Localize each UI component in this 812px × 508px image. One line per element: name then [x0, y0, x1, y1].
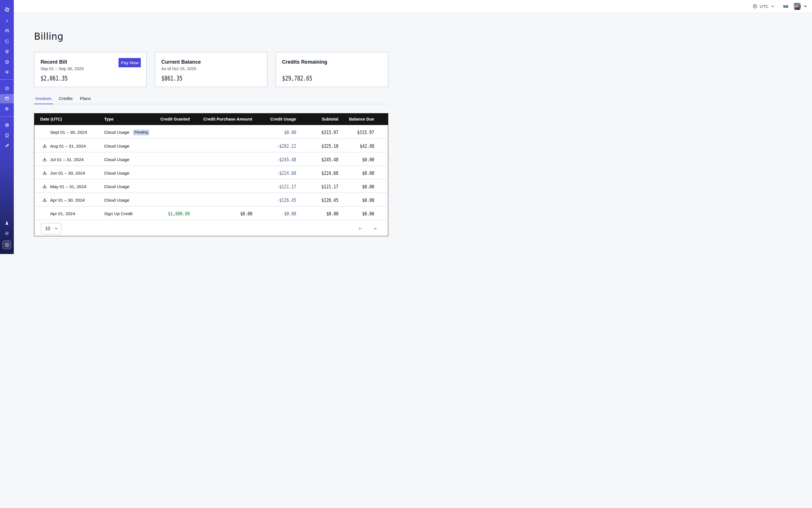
- table-row[interactable]: Apr 01 – 30, 2024 Cloud Usage -$126.45 $…: [34, 193, 388, 206]
- docs-book-icon: [5, 133, 9, 138]
- balance-due-value: $0.00: [362, 198, 374, 203]
- subtotal-value: $126.45: [322, 198, 338, 203]
- usage-gauge-icon: [5, 86, 9, 91]
- table-row[interactable]: Sept 01 – 30, 2024 Cloud Usage Pending $…: [34, 125, 388, 138]
- sidebar-item-workflows[interactable]: [0, 57, 14, 67]
- balance-due-value: $0.00: [362, 211, 374, 217]
- table-row[interactable]: Apr 01, 2024 Sign Up Credit $1,000.00 $0…: [34, 206, 388, 220]
- col-subtotal: Subtotal: [296, 113, 338, 125]
- invoice-date: May 01 – 31, 2024: [50, 184, 86, 189]
- subtotal-value: $245.48: [322, 157, 338, 163]
- prev-page-button[interactable]: [358, 226, 362, 231]
- page-size-value: 10: [45, 226, 51, 231]
- tab-invoices[interactable]: Invoices: [34, 95, 53, 104]
- page-size-select[interactable]: 10: [41, 223, 61, 234]
- download-invoice-icon[interactable]: [42, 143, 47, 149]
- sidebar-item-deployments[interactable]: [0, 47, 14, 56]
- invoice-type: Cloud Usage: [104, 130, 130, 135]
- sidebar-item-usage[interactable]: [0, 84, 14, 93]
- invoice-type: Cloud Usage: [104, 198, 130, 203]
- invoice-type: Cloud Usage: [104, 171, 130, 176]
- sidebar-item-pricing[interactable]: [3, 241, 11, 249]
- topbar: UTC: [14, 0, 406, 13]
- download-invoice-icon[interactable]: [42, 171, 47, 175]
- col-date: Date (UTC): [34, 113, 104, 125]
- getting-started-rocket-icon: [4, 143, 9, 148]
- credit-usage-value: -$282.22: [277, 143, 296, 149]
- credit-usage-value: $0.00: [284, 130, 296, 135]
- main-content: Billing Recent Bill Sep 01 – Sep 30, 202…: [14, 13, 406, 236]
- nexus-icon: [5, 70, 9, 74]
- credit-purchase-value: $0.00: [240, 211, 252, 217]
- workflows-cube-icon: [5, 60, 9, 64]
- table-footer: 10: [34, 220, 388, 236]
- invoices-table: Date (UTC) Type Credit Granted Credit Pu…: [34, 113, 388, 236]
- col-credit-purchase: Credit Purchase Amount: [190, 113, 252, 125]
- temporal-logo[interactable]: [0, 0, 14, 16]
- sidebar-item-support[interactable]: [0, 121, 14, 130]
- sidebar-item-nexus[interactable]: [0, 68, 14, 77]
- credit-usage-value: -$121.17: [277, 184, 296, 189]
- tab-credits[interactable]: Credits: [57, 95, 74, 104]
- sidebar-divider: [0, 79, 14, 80]
- pay-now-button[interactable]: Pay Now: [119, 58, 141, 67]
- invoice-date: Jul 01 – 31, 2024: [50, 157, 84, 162]
- invoice-type: Cloud Usage: [104, 143, 130, 149]
- pricing-dollar-badge-icon: [4, 243, 9, 248]
- table-row[interactable]: Jun 01 – 30, 2024 Cloud Usage -$224.68 $…: [34, 166, 388, 179]
- current-balance-card: Current Balance As of Oct 15, 2025 $861.…: [155, 52, 267, 87]
- sidebar-item-billing[interactable]: [0, 94, 14, 103]
- col-credit-usage: Credit Usage: [252, 113, 296, 125]
- credit-granted-value: $1,000.00: [168, 211, 190, 217]
- balance-due-value: $42.88: [359, 143, 374, 149]
- invoice-date: Apr 01 – 30, 2024: [50, 198, 85, 203]
- balance-due-value: $0.00: [362, 170, 374, 176]
- tab-plans[interactable]: Plans: [79, 95, 92, 104]
- settings-gear-icon: [4, 107, 9, 111]
- summary-cards: Recent Bill Sep 01 – Sep 30, 2025 $2,061…: [34, 52, 388, 87]
- sidebar-item-namespaces[interactable]: [0, 27, 14, 36]
- next-page-button[interactable]: [373, 226, 377, 231]
- invoice-date: Jun 01 – 30, 2024: [50, 171, 85, 176]
- sidebar-item-expand[interactable]: [0, 16, 14, 25]
- col-type: Type: [104, 113, 152, 125]
- download-invoice-icon[interactable]: [42, 157, 47, 162]
- sidebar-item-schedules[interactable]: [0, 37, 14, 46]
- table-row[interactable]: May 01 – 31, 2024 Cloud Usage -$121.17 $…: [34, 179, 388, 193]
- subtotal-value: $325.10: [322, 143, 338, 149]
- table-row[interactable]: Jul 01 – 31, 2024 Cloud Usage -$245.48 $…: [34, 152, 388, 166]
- schedules-icon: [5, 39, 9, 44]
- sidebar-item-labs[interactable]: [0, 218, 14, 228]
- credits-remaining-card: Credits Remaining $29,782.65: [275, 52, 388, 87]
- recent-bill-amount: $2,061.35: [41, 75, 68, 82]
- chevron-down-icon: [54, 227, 58, 230]
- credit-usage-value: -$126.45: [277, 198, 296, 203]
- sidebar-divider: [0, 116, 14, 117]
- support-lifebuoy-icon: [5, 123, 9, 127]
- sidebar-item-theme[interactable]: [0, 229, 14, 238]
- download-invoice-icon[interactable]: [42, 198, 47, 203]
- billing-tabs: Invoices Credits Plans: [34, 95, 388, 104]
- download-invoice-icon[interactable]: [42, 184, 47, 189]
- invoice-type: Cloud Usage: [104, 157, 130, 162]
- subtotal-value: $0.00: [326, 211, 338, 217]
- recent-bill-card: Recent Bill Sep 01 – Sep 30, 2025 $2,061…: [34, 52, 147, 87]
- credit-usage-value: $0.00: [284, 211, 296, 217]
- chevron-right-icon: [5, 19, 9, 23]
- card-title: Current Balance: [161, 59, 262, 65]
- card-sub-empty: [282, 66, 382, 72]
- invoice-type: Cloud Usage: [104, 184, 130, 189]
- subtotal-value: $121.17: [322, 184, 338, 189]
- namespaces-icon: [5, 29, 9, 33]
- sidebar-item-docs[interactable]: [0, 131, 14, 140]
- sidebar: [0, 0, 14, 254]
- table-header: Date (UTC) Type Credit Granted Credit Pu…: [34, 113, 388, 125]
- credit-usage-value: -$224.68: [277, 170, 296, 176]
- table-row[interactable]: Aug 01 – 31, 2024 Cloud Usage -$282.22 $…: [34, 138, 388, 152]
- invoice-type: Sign Up Credit: [104, 211, 133, 216]
- status-badge: Pending: [133, 130, 150, 135]
- credits-remaining-amount: $29,782.65: [282, 75, 312, 82]
- sidebar-item-getting-started[interactable]: [0, 141, 14, 151]
- subtotal-value: $224.68: [322, 170, 338, 176]
- sidebar-item-settings[interactable]: [0, 104, 14, 114]
